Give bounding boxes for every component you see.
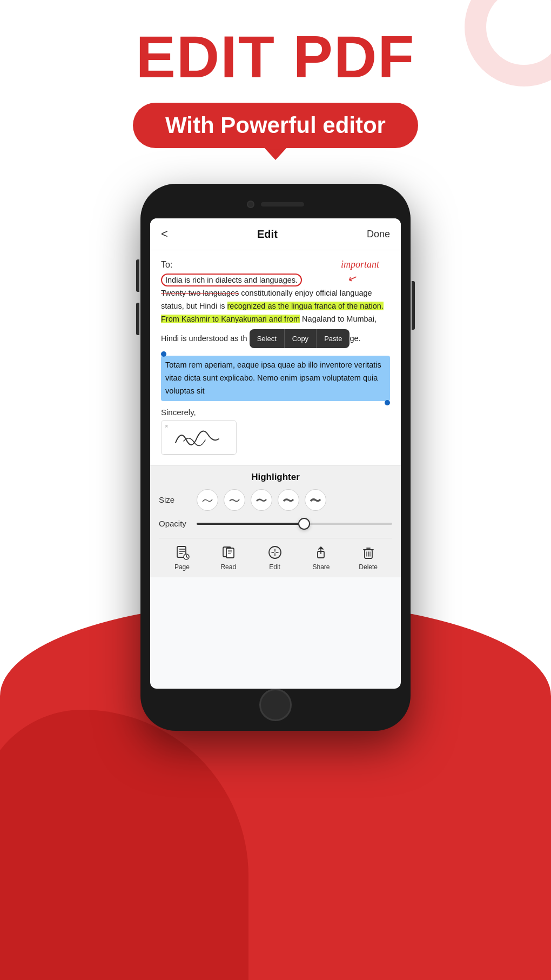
opacity-fill <box>197 523 304 525</box>
read-label: Read <box>220 563 236 571</box>
selection-handle-top <box>161 351 166 357</box>
paragraph-1: India is rich in dialects and languages.… <box>161 274 390 351</box>
delete-icon <box>360 544 377 561</box>
opacity-track <box>197 523 392 525</box>
context-menu-select[interactable]: Select <box>250 329 285 348</box>
nav-share[interactable]: Share <box>312 544 330 571</box>
size-row: Size <box>159 489 392 511</box>
edit-label: Edit <box>269 563 280 571</box>
screen-header: < Edit Done <box>150 218 401 250</box>
opacity-row: Opacity <box>159 516 392 531</box>
main-title: EDIT PDF <box>0 27 551 86</box>
size-option-2[interactable] <box>224 489 245 511</box>
size-label: Size <box>159 495 197 504</box>
annotation-area: important ↙ India is rich in dialects an… <box>161 274 390 351</box>
svg-rect-3 <box>226 548 234 558</box>
phone-bottom-bar <box>150 689 401 721</box>
highlighter-title: Highlighter <box>159 472 392 483</box>
volume-up-button <box>136 259 139 292</box>
strikethrough-text: Twenty-two languages <box>161 289 239 297</box>
size-options <box>197 489 326 511</box>
important-annotation: important <box>341 259 379 270</box>
context-menu-copy[interactable]: Copy <box>285 329 317 348</box>
circled-sentence: India is rich in dialects and languages. <box>161 274 302 286</box>
home-button[interactable] <box>259 689 292 721</box>
back-button[interactable]: < <box>161 227 168 241</box>
document-area: To: important ↙ India is rich in dialect… <box>150 250 401 465</box>
selected-text: Totam rem aperiam, eaque ipsa quae ab il… <box>165 361 381 395</box>
sincerely-text: Sincerely, <box>161 408 390 417</box>
size-option-4[interactable] <box>278 489 299 511</box>
page-label: Page <box>174 563 190 571</box>
header: EDIT PDF With Powerful editor <box>0 0 551 148</box>
highlighted-text: recognized as the lingua franca of the n… <box>161 302 384 323</box>
highlighter-panel: Highlighter Size <box>150 465 401 577</box>
opacity-label: Opacity <box>159 519 197 528</box>
context-menu-paste[interactable]: Paste <box>317 329 350 348</box>
opacity-slider-container[interactable] <box>197 516 392 531</box>
power-button <box>412 281 415 330</box>
share-icon <box>312 544 330 561</box>
nav-delete[interactable]: Delete <box>359 544 378 571</box>
page-icon <box>173 544 191 561</box>
phone-speaker <box>261 202 304 206</box>
done-button[interactable]: Done <box>367 229 390 240</box>
subtitle-text: With Powerful editor <box>165 112 386 138</box>
context-menu[interactable]: Select Copy Paste <box>250 329 350 348</box>
nav-read[interactable]: Read <box>220 544 237 571</box>
share-label: Share <box>312 563 330 571</box>
edit-icon <box>266 544 284 561</box>
nav-edit[interactable]: Edit <box>266 544 284 571</box>
size-option-1[interactable] <box>197 489 218 511</box>
screen-title: Edit <box>257 228 278 241</box>
subtitle-bubble: With Powerful editor <box>133 103 418 148</box>
bottom-nav: Page Read <box>159 538 392 577</box>
opacity-thumb[interactable] <box>298 518 310 530</box>
phone-screen: < Edit Done To: important ↙ India is ric… <box>150 218 401 689</box>
phone-mockup: < Edit Done To: important ↙ India is ric… <box>140 184 411 731</box>
phone-outer: < Edit Done To: important ↙ India is ric… <box>140 184 411 731</box>
volume-down-button <box>136 303 139 335</box>
signature-line <box>162 454 236 455</box>
phone-camera <box>247 201 254 208</box>
selection-handle-bottom <box>385 400 390 405</box>
nav-page[interactable]: Page <box>173 544 191 571</box>
selected-text-block: Totam rem aperiam, eaque ipsa quae ab il… <box>161 356 390 401</box>
size-option-5[interactable] <box>305 489 326 511</box>
phone-top-bar <box>150 194 401 215</box>
delete-label: Delete <box>359 563 378 571</box>
signature-x: × <box>165 423 168 429</box>
size-option-3[interactable] <box>251 489 272 511</box>
signature-area: × <box>161 420 237 455</box>
signature-svg <box>165 424 230 451</box>
svg-point-4 <box>269 546 281 558</box>
read-icon <box>220 544 237 561</box>
